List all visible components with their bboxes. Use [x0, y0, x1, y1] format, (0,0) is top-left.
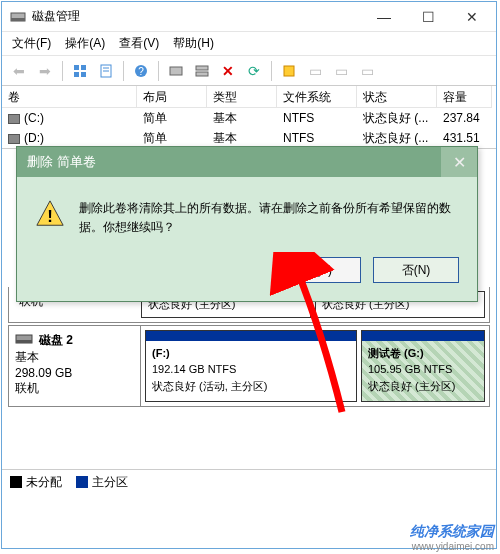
- disk-view-icon[interactable]: [165, 60, 187, 82]
- col-filesystem[interactable]: 文件系统: [277, 86, 357, 108]
- col-layout[interactable]: 布局: [137, 86, 207, 108]
- warning-icon: !: [35, 199, 65, 227]
- watermark-brand: 纯净系统家园: [410, 523, 494, 539]
- menu-help[interactable]: 帮助(H): [173, 35, 214, 52]
- disabled-icon-1: ▭: [304, 60, 326, 82]
- cell-fs: NTFS: [277, 129, 357, 147]
- menu-file[interactable]: 文件(F): [12, 35, 51, 52]
- svg-text:?: ?: [138, 66, 144, 77]
- app-icon: [10, 9, 26, 25]
- vol-name: (C:): [24, 111, 44, 125]
- svg-rect-5: [81, 72, 86, 77]
- col-status[interactable]: 状态: [357, 86, 437, 108]
- svg-rect-16: [16, 340, 32, 343]
- bottom-spacer: [2, 409, 496, 469]
- table-row[interactable]: (C:) 简单 基本 NTFS 状态良好 (... 237.84: [2, 108, 496, 128]
- new-volume-icon[interactable]: [278, 60, 300, 82]
- svg-rect-14: [284, 66, 294, 76]
- svg-rect-3: [81, 65, 86, 70]
- separator: [62, 61, 63, 81]
- back-icon: ⬅: [8, 60, 30, 82]
- disabled-icon-2: ▭: [330, 60, 352, 82]
- col-type[interactable]: 类型: [207, 86, 277, 108]
- menu-action[interactable]: 操作(A): [65, 35, 105, 52]
- col-volume[interactable]: 卷: [2, 86, 137, 108]
- svg-rect-13: [196, 72, 208, 76]
- svg-rect-12: [196, 66, 208, 70]
- volume-view-icon[interactable]: [191, 60, 213, 82]
- toolbar: ⬅ ➡ ? ✕ ⟳ ▭ ▭ ▭: [2, 56, 496, 86]
- col-capacity[interactable]: 容量: [437, 86, 492, 108]
- close-button[interactable]: ✕: [450, 3, 494, 31]
- minimize-button[interactable]: —: [362, 3, 406, 31]
- disk-label[interactable]: 磁盘 2 基本 298.09 GB 联机: [9, 326, 141, 406]
- titlebar: 磁盘管理 — ☐ ✕: [2, 2, 496, 32]
- delete-icon[interactable]: ✕: [217, 60, 239, 82]
- cell-layout: 简单: [137, 108, 207, 129]
- volume-table: 卷 布局 类型 文件系统 状态 容量 (C:) 简单 基本 NTFS 状态良好 …: [2, 86, 496, 149]
- partition-bar: [362, 331, 484, 341]
- svg-rect-2: [74, 65, 79, 70]
- cell-cap: 431.51: [437, 129, 492, 147]
- separator: [123, 61, 124, 81]
- partition-g-selected[interactable]: 测试卷 (G:) 105.95 GB NTFS 状态良好 (主分区): [361, 330, 485, 402]
- disk-name: 磁盘 2: [39, 332, 73, 349]
- dialog-message: 删除此卷将清除其上的所有数据。请在删除之前备份所有希望保留的数据。你想继续吗？: [79, 199, 459, 237]
- partition-f[interactable]: (F:) 192.14 GB NTFS 状态良好 (活动, 主分区): [145, 330, 357, 402]
- legend: 未分配 主分区: [2, 469, 496, 495]
- disk-map-area: 联机 状态良好 (主分区) 状态良好 (主分区) 磁盘 2 基本 298.09 …: [2, 287, 496, 407]
- legend-primary: 主分区: [92, 475, 128, 489]
- volume-icon: [8, 134, 20, 144]
- partition-bar: [146, 331, 356, 341]
- cell-state: 状态良好 (...: [357, 108, 437, 129]
- svg-rect-4: [74, 72, 79, 77]
- disk-icon: [15, 332, 33, 349]
- partition-info: 192.14 GB NTFS: [152, 363, 236, 375]
- refresh-icon[interactable]: ⟳: [243, 60, 265, 82]
- volume-icon: [8, 114, 20, 124]
- table-header: 卷 布局 类型 文件系统 状态 容量: [2, 86, 496, 108]
- partition-state: 状态良好 (活动, 主分区): [152, 380, 268, 392]
- partition-name: 测试卷 (G:): [368, 347, 424, 359]
- watermark-url: www.yidaimei.com: [410, 541, 494, 552]
- forward-icon: ➡: [34, 60, 56, 82]
- dialog-titlebar: 删除 简单卷 ✕: [17, 147, 477, 177]
- disabled-icon-3: ▭: [356, 60, 378, 82]
- partition-info: 105.95 GB NTFS: [368, 363, 452, 375]
- separator: [271, 61, 272, 81]
- disk-type: 基本: [15, 349, 134, 366]
- menubar: 文件(F) 操作(A) 查看(V) 帮助(H): [2, 32, 496, 56]
- confirm-delete-dialog: 删除 简单卷 ✕ ! 删除此卷将清除其上的所有数据。请在删除之前备份所有希望保留…: [16, 146, 478, 302]
- legend-swatch-primary: [76, 476, 88, 488]
- table-row[interactable]: (D:) 简单 基本 NTFS 状态良好 (... 431.51: [2, 128, 496, 148]
- partition-name: (F:): [152, 347, 170, 359]
- vol-name: (D:): [24, 131, 44, 145]
- legend-unallocated: 未分配: [26, 475, 62, 489]
- dialog-title: 删除 简单卷: [27, 153, 96, 171]
- yes-button[interactable]: 是(Y): [275, 257, 361, 283]
- window-title: 磁盘管理: [32, 8, 362, 25]
- disk-status: 联机: [15, 380, 134, 397]
- cell-cap: 237.84: [437, 109, 492, 127]
- cell-fs: NTFS: [277, 109, 357, 127]
- disk-row-2: 磁盘 2 基本 298.09 GB 联机 (F:) 192.14 GB NTFS…: [8, 325, 490, 407]
- maximize-button[interactable]: ☐: [406, 3, 450, 31]
- no-button[interactable]: 否(N): [373, 257, 459, 283]
- properties-icon[interactable]: [95, 60, 117, 82]
- partition-state: 状态良好 (主分区): [368, 380, 455, 392]
- disk-size: 298.09 GB: [15, 366, 134, 380]
- view-grid-icon[interactable]: [69, 60, 91, 82]
- help-icon[interactable]: ?: [130, 60, 152, 82]
- dialog-close-button[interactable]: ✕: [441, 147, 477, 177]
- separator: [158, 61, 159, 81]
- menu-view[interactable]: 查看(V): [119, 35, 159, 52]
- watermark: 纯净系统家园 www.yidaimei.com: [410, 523, 494, 552]
- svg-rect-11: [170, 67, 182, 75]
- svg-rect-1: [11, 18, 25, 21]
- svg-text:!: !: [47, 207, 53, 226]
- cell-type: 基本: [207, 108, 277, 129]
- legend-swatch-unallocated: [10, 476, 22, 488]
